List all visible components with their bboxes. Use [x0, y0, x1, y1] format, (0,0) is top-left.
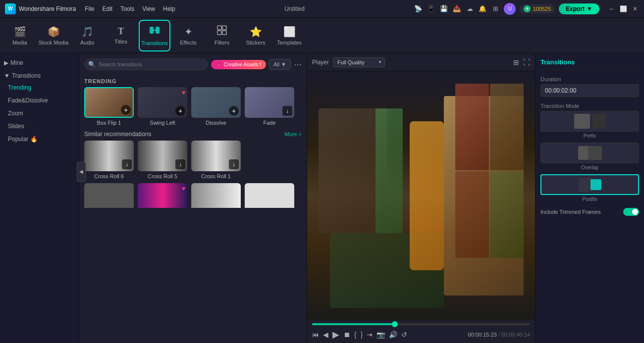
titlebar-right: 📡 📱 💾 📥 ☁ 🔔 ⊞ U + 100525 Export ▼ ─ ⬜ ✕: [414, 3, 639, 15]
clip-in-button[interactable]: ⇥: [367, 331, 373, 339]
heart-icon: 💗: [216, 62, 222, 67]
frame-back-button[interactable]: ◀: [323, 331, 328, 339]
svg-rect-5: [222, 31, 226, 35]
svg-rect-4: [217, 31, 221, 35]
menu-tools[interactable]: Tools: [120, 5, 134, 12]
cross-roll-1-thumbnail: ↓: [191, 141, 241, 171]
menu-help[interactable]: Help: [163, 5, 175, 12]
search-input[interactable]: [84, 58, 208, 70]
mine-collapse-icon: ▶: [4, 59, 8, 66]
duration-value[interactable]: 00:00:02:00: [540, 84, 639, 97]
window-controls: ─ ⬜ ✕: [607, 5, 639, 13]
menu-edit[interactable]: Edit: [103, 5, 113, 12]
transition-cross-roll-5[interactable]: ↓ Cross Roll 5: [138, 141, 187, 179]
in-point-button[interactable]: {: [354, 331, 357, 339]
sidebar-item-fade-dissolve[interactable]: Fade&Dissolve: [0, 94, 79, 107]
transition-dissolve[interactable]: + Dissolve: [191, 87, 241, 126]
grid-view-icon[interactable]: ⊞: [513, 58, 519, 66]
stop-button[interactable]: ⏹: [343, 331, 350, 339]
sidebar-item-trending[interactable]: Trending: [0, 81, 79, 94]
sidebar-item-slides[interactable]: Slides: [0, 120, 79, 133]
tool-effects-label: Effects: [180, 40, 196, 46]
all-filter-dropdown[interactable]: All ▼: [269, 59, 291, 70]
apps-icon[interactable]: ⊞: [491, 4, 500, 13]
progress-thumb: [392, 321, 398, 327]
sidebar-section-transitions[interactable]: ▼ Transitions: [0, 70, 79, 81]
minimize-button[interactable]: ─: [607, 5, 615, 13]
avatar[interactable]: U: [504, 3, 516, 15]
duration-label: Duration: [540, 76, 639, 82]
mobile-icon[interactable]: 📱: [427, 4, 435, 13]
quality-selector[interactable]: Full Quality Half Quality Quarter Qualit…: [333, 57, 385, 67]
tool-titles[interactable]: T Titles: [105, 20, 137, 51]
fade-download-icon[interactable]: ↓: [282, 106, 292, 116]
progress-bar[interactable]: [312, 323, 530, 325]
transition-cross-roll-1[interactable]: ↓ Cross Roll 1: [191, 141, 241, 179]
import-icon[interactable]: 📥: [452, 4, 461, 13]
tool-stock-label: Stock Media: [39, 40, 69, 46]
cross-roll-6-download-icon[interactable]: ↓: [122, 159, 132, 169]
tool-audio[interactable]: 🎵 Audio: [71, 20, 103, 51]
stock-media-icon: 📦: [48, 26, 60, 38]
cross-roll-1-download-icon[interactable]: ↓: [229, 159, 239, 169]
transition-cross-roll-6[interactable]: ↓ Cross Roll 6: [84, 141, 134, 179]
tool-filters-label: Filters: [215, 40, 229, 46]
snapshot-button[interactable]: 📷: [376, 331, 385, 339]
more-options-button[interactable]: ⋯: [294, 60, 302, 69]
tool-transitions[interactable]: Transitions: [139, 20, 170, 51]
rotate-button[interactable]: ↺: [401, 331, 407, 339]
right-panel-title: Transitions: [540, 58, 639, 70]
tool-stock-media[interactable]: 📦 Stock Media: [38, 20, 69, 51]
box-flip-1-add-icon[interactable]: +: [121, 105, 131, 115]
fullscreen-icon[interactable]: ⛶: [523, 58, 530, 66]
coins-value: 100525: [533, 6, 551, 12]
play-button[interactable]: ▶: [332, 329, 339, 340]
overlap-mode-button[interactable]: [540, 143, 639, 163]
sidebar-section-mine[interactable]: ▶ Mine: [0, 57, 79, 68]
cast-icon[interactable]: 📡: [414, 4, 423, 13]
dissolve-add-icon[interactable]: +: [229, 106, 239, 116]
save-icon[interactable]: 💾: [439, 4, 448, 13]
all-filter-chevron: ▼: [281, 61, 286, 67]
fade-label: Fade: [263, 120, 275, 126]
trimmed-frames-label: Include Trimmed Frames: [540, 209, 601, 215]
menu-view[interactable]: View: [142, 5, 155, 12]
tool-templates[interactable]: ⬜ Templates: [273, 20, 305, 51]
out-point-button[interactable]: }: [361, 331, 363, 339]
creative-assets-button[interactable]: 💗 Creative Assets f: [211, 60, 266, 69]
sidebar-item-popular[interactable]: Popular 🔥: [0, 133, 79, 146]
menu-file[interactable]: File: [85, 5, 94, 12]
tool-media[interactable]: 🎬 Media: [4, 20, 36, 51]
cross-roll-5-download-icon[interactable]: ↓: [175, 159, 185, 169]
export-button[interactable]: Export ▼: [559, 3, 599, 14]
transition-fade[interactable]: ↓ Fade: [245, 87, 294, 126]
quality-select-input[interactable]: Full Quality Half Quality Quarter Qualit…: [333, 57, 385, 67]
coins-plus-icon[interactable]: +: [524, 5, 531, 12]
cross-roll-5-thumbnail: ↓: [138, 141, 187, 171]
similar-grid: ↓ Cross Roll 6 ↓ Cross Roll 5 ↓ Cross: [84, 141, 302, 179]
more-link[interactable]: More >: [284, 131, 302, 137]
tool-filters[interactable]: Filters: [206, 20, 238, 51]
trimmed-frames-toggle[interactable]: [623, 208, 639, 216]
export-chevron-icon: ▼: [587, 5, 592, 12]
transition-swing-left[interactable]: ♥ + Swing Left: [138, 87, 187, 126]
skip-back-button[interactable]: ⏮: [312, 331, 319, 339]
cloud-icon[interactable]: ☁: [465, 4, 474, 13]
prefix-mode-icon: [574, 114, 605, 129]
main-toolbar: 🎬 Media 📦 Stock Media 🎵 Audio T Titles T…: [0, 18, 644, 53]
sidebar-item-zoom[interactable]: Zoom: [0, 107, 79, 120]
audio-settings-icon[interactable]: 🔊: [389, 331, 397, 339]
postfix-mode-button[interactable]: [540, 174, 639, 195]
prefix-mode-button[interactable]: [540, 111, 639, 132]
video-player: Player Full Quality Half Quality Quarter…: [307, 53, 535, 343]
transition-box-flip-1[interactable]: + Box Flip 1: [84, 87, 134, 126]
maximize-button[interactable]: ⬜: [619, 5, 627, 13]
close-button[interactable]: ✕: [631, 5, 639, 13]
panel-collapse-button[interactable]: ◀: [77, 162, 86, 182]
swing-left-add-icon[interactable]: +: [175, 106, 185, 116]
tool-stickers[interactable]: ⭐ Stickers: [240, 20, 271, 51]
tool-effects[interactable]: ✦ Effects: [172, 20, 204, 51]
player-controls: ⏮ ◀ ▶ ⏹ { } ⇥ 📷 🔊 ↺ 00:00:15:23 / 00:00:…: [307, 320, 535, 343]
video-content: [307, 71, 535, 320]
bell-icon[interactable]: 🔔: [478, 4, 487, 13]
